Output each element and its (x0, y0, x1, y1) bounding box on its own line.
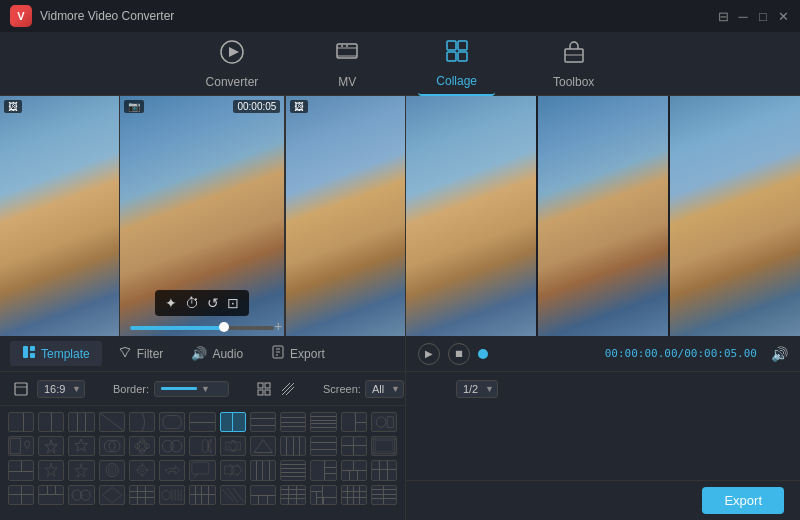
tpl-41[interactable] (38, 485, 64, 505)
tpl-25[interactable] (341, 436, 367, 456)
screen-select[interactable]: All 1 2 3 (365, 380, 404, 398)
star-icon[interactable]: ✦ (165, 295, 177, 311)
tpl-15[interactable] (38, 436, 64, 456)
filter-tab-icon (118, 345, 132, 362)
tpl-27[interactable] (8, 460, 34, 480)
tpl-16[interactable] (68, 436, 94, 456)
video-slot-2[interactable]: 📷 00:00:05 ✦ ⏱ ↺ ⊡ + (120, 96, 286, 336)
titlebar-close-btn[interactable]: ✕ (776, 9, 790, 23)
tpl-1[interactable] (8, 412, 34, 432)
export-button[interactable]: Export (702, 487, 784, 514)
tpl-38[interactable] (341, 460, 367, 480)
hatch-icon-btn[interactable] (281, 378, 295, 400)
tpl-17[interactable] (99, 436, 125, 456)
tpl-31[interactable] (129, 460, 155, 480)
tpl-50[interactable] (310, 485, 336, 505)
tpl-35[interactable] (250, 460, 276, 480)
time-badge: 00:00:05 (233, 100, 280, 113)
right-slot-2[interactable] (536, 96, 668, 336)
svg-line-75 (222, 489, 233, 501)
slot-badge-1: 🖼 (4, 100, 22, 113)
tpl-8[interactable] (220, 412, 246, 432)
tpl-26[interactable] (371, 436, 397, 456)
tpl-48[interactable] (250, 485, 276, 505)
svg-rect-14 (15, 383, 27, 395)
tpl-44[interactable] (129, 485, 155, 505)
tpl-30[interactable] (99, 460, 125, 480)
right-slot-1[interactable] (406, 96, 536, 336)
tpl-45[interactable] (159, 485, 185, 505)
tpl-33[interactable] (189, 460, 215, 480)
tpl-19[interactable] (159, 436, 185, 456)
right-slot-3[interactable] (668, 96, 800, 336)
tpl-34[interactable] (220, 460, 246, 480)
stop-button[interactable]: ⏹ (448, 343, 470, 365)
tpl-14[interactable] (8, 436, 34, 456)
tpl-36[interactable] (280, 460, 306, 480)
right-preview (406, 96, 800, 336)
titlebar-minimize-btn[interactable]: ─ (736, 9, 750, 23)
tpl-3[interactable] (68, 412, 94, 432)
add-clip-icon[interactable]: + (274, 318, 282, 334)
tpl-46[interactable] (189, 485, 215, 505)
nav-item-mv[interactable]: MV (316, 33, 378, 95)
tpl-18[interactable] (129, 436, 155, 456)
nav-item-converter[interactable]: Converter (188, 33, 277, 95)
nav-item-toolbox[interactable]: Toolbox (535, 33, 612, 95)
video-slot-3[interactable]: 🖼 (285, 96, 405, 336)
tpl-5[interactable] (129, 412, 155, 432)
tpl-43[interactable] (99, 485, 125, 505)
subtab-template[interactable]: Template (10, 341, 102, 366)
subtab-filter[interactable]: Filter (106, 341, 176, 366)
tpl-10[interactable] (280, 412, 306, 432)
tpl-28[interactable] (38, 460, 64, 480)
subtab-export[interactable]: Export (259, 341, 337, 366)
tpl-39[interactable] (371, 460, 397, 480)
play-button[interactable]: ▶ (418, 343, 440, 365)
tpl-2[interactable] (38, 412, 64, 432)
tpl-4[interactable] (99, 412, 125, 432)
tpl-51[interactable] (341, 485, 367, 505)
rotate-icon[interactable]: ↺ (207, 295, 219, 311)
nav-item-collage[interactable]: Collage (418, 32, 495, 96)
svg-point-55 (138, 466, 146, 475)
svg-rect-46 (375, 441, 392, 451)
border-color-preview (161, 387, 197, 390)
tpl-20[interactable] (189, 436, 215, 456)
tpl-11[interactable] (310, 412, 336, 432)
tpl-49[interactable] (280, 485, 306, 505)
titlebar-menu-btn[interactable]: ⊟ (716, 9, 730, 23)
tpl-12[interactable] (341, 412, 367, 432)
tpl-32[interactable] (159, 460, 185, 480)
tpl-37[interactable] (310, 460, 336, 480)
tpl-29[interactable] (68, 460, 94, 480)
tpl-52[interactable] (371, 485, 397, 505)
volume-icon[interactable]: 🔊 (771, 346, 788, 362)
subtab-audio[interactable]: 🔊 Audio (179, 342, 255, 365)
converter-icon (219, 39, 245, 71)
tpl-24[interactable] (310, 436, 336, 456)
fraction-select[interactable]: 1/2 1/3 1/4 (456, 380, 498, 398)
tpl-42[interactable] (68, 485, 94, 505)
video-progress[interactable]: + (130, 326, 275, 330)
template-tab-icon (22, 345, 36, 362)
video-slot-1[interactable]: 🖼 (0, 96, 120, 336)
crop-icon[interactable]: ⊡ (227, 295, 239, 311)
tpl-40[interactable] (8, 485, 34, 505)
tpl-7[interactable] (189, 412, 215, 432)
tpl-47[interactable] (220, 485, 246, 505)
svg-point-39 (163, 440, 174, 452)
tpl-9[interactable] (250, 412, 276, 432)
tpl-6[interactable] (159, 412, 185, 432)
titlebar-maximize-btn[interactable]: □ (756, 9, 770, 23)
tpl-21[interactable] (220, 436, 246, 456)
grid-icon-btn[interactable] (257, 378, 271, 400)
titlebar-controls[interactable]: ⊟ ─ □ ✕ (716, 9, 790, 23)
clock-icon[interactable]: ⏱ (185, 295, 199, 311)
dot-indicator-1[interactable] (478, 349, 488, 359)
tpl-13[interactable] (371, 412, 397, 432)
svg-marker-1 (229, 47, 239, 57)
tpl-23[interactable] (280, 436, 306, 456)
tpl-22[interactable] (250, 436, 276, 456)
aspect-select[interactable]: 16:9 4:3 1:1 9:16 (37, 380, 85, 398)
